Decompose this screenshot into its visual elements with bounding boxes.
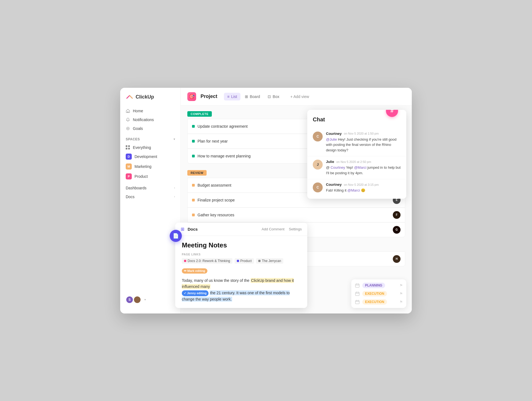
msg-body-2a: Yep! bbox=[346, 165, 354, 170]
chat-header-area: # Chat bbox=[307, 110, 406, 126]
tab-list[interactable]: ≡ List bbox=[224, 93, 240, 100]
task-dot-t5 bbox=[192, 199, 195, 201]
chat-avatar-courtney-2: C bbox=[313, 182, 323, 192]
msg-mention-courtney-2: Courtney bbox=[331, 165, 345, 170]
msg-body-3a: Fab! Killing it bbox=[326, 188, 347, 192]
msg-content-2: Julie on Nov 5 2020 at 2:50 pm @ Courtne… bbox=[326, 160, 401, 176]
task-row-t6[interactable]: Gather key resources F bbox=[187, 208, 405, 222]
sidebar-item-docs[interactable]: Docs › bbox=[120, 192, 180, 201]
settings-link[interactable]: Settings bbox=[289, 227, 302, 231]
chat-message-1: C Courtney on Nov 5 2020 at 1:50 pm @Jul… bbox=[307, 128, 406, 157]
tab-box[interactable]: ⊡ Box bbox=[264, 93, 283, 100]
msg-mention-marci-2: @Marci bbox=[354, 165, 366, 170]
task-left-t1: Update contractor agreement bbox=[192, 124, 248, 129]
space-product-label: Product bbox=[135, 174, 148, 179]
sidebar-footer: S ▾ bbox=[120, 291, 180, 308]
docs-icon: ⊞ bbox=[181, 227, 184, 232]
task-avatar-t8: H bbox=[393, 255, 401, 263]
sidebar-label-notifications: Notifications bbox=[133, 118, 154, 122]
list-tab-icon: ≡ bbox=[227, 94, 229, 99]
task-avatar-t7: G bbox=[393, 226, 401, 234]
msg-author-1: Courtney bbox=[326, 132, 342, 136]
page-link-label-jerrycan: The Jerrycan bbox=[262, 259, 281, 263]
sidebar-item-dashboards[interactable]: Dashboards › bbox=[120, 184, 180, 192]
view-tabs: ≡ List ⊞ Board ⊡ Box bbox=[224, 93, 283, 100]
home-icon bbox=[126, 109, 130, 113]
status-badge-review: REVIEW bbox=[187, 170, 207, 176]
task-dot-t4 bbox=[192, 184, 195, 187]
page-link-docs[interactable]: Docs 2.0: Rework & Thinking bbox=[182, 258, 232, 264]
user-avatar-2 bbox=[133, 296, 141, 304]
sidebar-label-home: Home bbox=[133, 109, 143, 113]
tag-execution-2: EXECUTION bbox=[362, 299, 387, 305]
user-avatar-s: S bbox=[126, 296, 133, 304]
docs-content: Meeting Notes PAGE LINKS Docs 2.0: Rewor… bbox=[175, 236, 307, 308]
list-tab-label: List bbox=[231, 94, 237, 99]
space-everything[interactable]: Everything bbox=[123, 143, 178, 152]
msg-content-3: Courtney on Nov 5 2020 at 3:15 pm Fab! K… bbox=[326, 182, 401, 193]
add-comment-link[interactable]: Add Comment bbox=[262, 227, 284, 231]
space-development[interactable]: D Development bbox=[123, 152, 178, 162]
jenny-editing-badge: ✓ Jenny editing bbox=[182, 290, 209, 296]
page-link-label-product: Product bbox=[240, 259, 252, 263]
add-view-button[interactable]: + Add view bbox=[287, 93, 312, 100]
chat-message-2: J Julie on Nov 5 2020 at 2:50 pm @ Court… bbox=[307, 156, 406, 179]
msg-author-2: Julie bbox=[326, 160, 334, 164]
logo-area[interactable]: ClickUp bbox=[120, 93, 180, 107]
task-dot-t3 bbox=[192, 155, 195, 157]
task-name-t3: How to manage event planning bbox=[198, 154, 251, 158]
right-panel-tags: PLANNING ⚑ EXECUTION ⚑ EXECUTION ⚑ bbox=[351, 279, 406, 308]
task-meta-t6: F bbox=[393, 211, 401, 219]
msg-text-2: @ Courtney Yep! @Marci jumped in to help… bbox=[326, 165, 401, 176]
logo-text: ClickUp bbox=[136, 94, 154, 100]
msg-mention-marci-3: @Marci bbox=[347, 188, 360, 192]
top-bar: 🎯 Project ≡ List ⊞ Board ⊡ Box + Add vie… bbox=[181, 88, 412, 106]
page-links: Docs 2.0: Rework & Thinking Product The … bbox=[182, 258, 301, 264]
sidebar-label-goals: Goals bbox=[133, 126, 143, 131]
task-dot-t1 bbox=[192, 125, 195, 128]
tab-board[interactable]: ⊞ Board bbox=[242, 93, 263, 100]
everything-grid-icon bbox=[126, 145, 130, 150]
status-badge-complete: COMPLETE bbox=[187, 111, 212, 117]
sidebar-item-goals[interactable]: Goals bbox=[123, 124, 178, 133]
msg-author-3: Courtney bbox=[326, 182, 342, 187]
task-meta-t8: H bbox=[393, 255, 401, 263]
msg-time-2: on Nov 5 2020 at 2:50 pm bbox=[336, 160, 371, 163]
docs-chevron-icon: › bbox=[174, 195, 175, 198]
task-dot-t6 bbox=[192, 214, 195, 216]
user-avatars[interactable]: S bbox=[126, 296, 141, 304]
page-link-dot-jerrycan bbox=[258, 260, 260, 262]
msg-time-1: on Nov 5 2020 at 1:50 pm bbox=[344, 132, 379, 135]
task-name-t5: Finalize project scope bbox=[198, 198, 235, 202]
task-name-t6: Gather key resources bbox=[198, 213, 234, 217]
docs-panel-title: Docs bbox=[188, 227, 198, 231]
space-product[interactable]: P Product bbox=[123, 171, 178, 181]
dashboards-chevron-icon: › bbox=[174, 186, 175, 189]
docs-floating-button[interactable]: 📄 bbox=[170, 230, 182, 242]
page-link-product[interactable]: Product bbox=[235, 258, 254, 264]
spaces-chevron-icon[interactable]: ▾ bbox=[174, 138, 175, 141]
calendar-icon-2 bbox=[355, 291, 360, 296]
flag-icon-1: ⚑ bbox=[399, 283, 403, 288]
spaces-header: Spaces ▾ bbox=[120, 133, 180, 143]
msg-header-3: Courtney on Nov 5 2020 at 3:15 pm bbox=[326, 182, 401, 187]
footer-chevron-icon: ▾ bbox=[144, 298, 146, 301]
msg-emoji-3: 😊 bbox=[361, 188, 365, 192]
clickup-logo-icon bbox=[126, 93, 133, 101]
svg-rect-0 bbox=[127, 111, 128, 113]
space-everything-label: Everything bbox=[133, 145, 151, 150]
chat-message-3: C Courtney on Nov 5 2020 at 3:15 pm Fab!… bbox=[307, 179, 406, 197]
page-link-dot-product bbox=[237, 260, 239, 262]
tag-row-1: PLANNING ⚑ bbox=[355, 283, 403, 288]
msg-text-3: Fab! Killing it @Marci 😊 bbox=[326, 188, 401, 193]
task-name-t2: Plan for next year bbox=[198, 139, 228, 143]
sidebar-item-notifications[interactable]: Notifications bbox=[123, 115, 178, 124]
space-marketing-label: Marketing bbox=[135, 164, 151, 169]
space-marketing[interactable]: M Marketing bbox=[123, 162, 178, 171]
msg-time-3: on Nov 5 2020 at 3:15 pm bbox=[344, 183, 379, 186]
board-tab-icon: ⊞ bbox=[245, 94, 248, 99]
sidebar-item-home[interactable]: Home bbox=[123, 107, 178, 115]
task-avatar-t6: F bbox=[393, 211, 401, 219]
page-link-jerrycan[interactable]: The Jerrycan bbox=[256, 258, 283, 264]
calendar-icon-1 bbox=[355, 283, 360, 288]
